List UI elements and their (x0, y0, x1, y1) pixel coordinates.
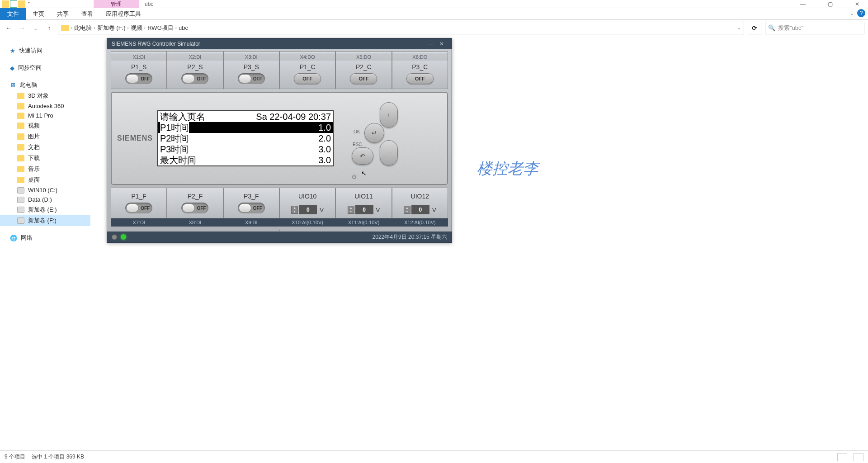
sidebar-item-video[interactable]: 视频 (0, 120, 90, 131)
dpad-esc-button[interactable]: ↶ (352, 147, 373, 165)
context-tab[interactable]: 管理 (94, 0, 139, 8)
io-cell-x6: X6:DO P3_C OFF (392, 51, 448, 89)
crumb-folder[interactable]: ubc (179, 24, 188, 31)
help-button[interactable]: ? (857, 9, 865, 17)
spinner-uio10[interactable]: ▲▼0V (291, 205, 324, 214)
search-input[interactable]: 🔍 搜索"ubc" (765, 22, 864, 34)
sidebar-item-autodesk[interactable]: Autodesk 360 (0, 101, 90, 111)
toggle-p1s[interactable]: OFF (125, 73, 152, 84)
chevron-right-icon[interactable]: › (144, 25, 146, 30)
spin-down-icon[interactable]: ▼ (404, 210, 410, 213)
dpad-ok-button[interactable]: ↵ (364, 123, 384, 143)
chevron-right-icon[interactable]: › (175, 25, 177, 30)
output-p2c: OFF (350, 73, 377, 84)
maximize-button[interactable]: ▢ (821, 0, 839, 8)
forward-button[interactable]: → (17, 23, 27, 33)
chevron-right-icon[interactable]: › (71, 25, 72, 30)
chevron-right-icon[interactable]: › (127, 25, 129, 30)
io-name: P2_F (167, 190, 222, 203)
toggle-p3f[interactable]: OFF (238, 203, 265, 213)
minimize-button[interactable]: — (794, 0, 812, 8)
toggle-p2s[interactable]: OFF (181, 73, 208, 84)
tab-share[interactable]: 共享 (51, 8, 75, 20)
spin-down-icon[interactable]: ▼ (348, 210, 354, 213)
dpad: OK ESC + ↵ − ↶ (352, 102, 415, 175)
crumb-video[interactable]: 视频 (131, 24, 142, 32)
io-name: P1_S (111, 61, 166, 73)
port-label: X9:DI (223, 218, 279, 227)
sidebar-this-pc[interactable]: 🖥此电脑 (0, 80, 90, 90)
port-label: X3:DI (224, 53, 279, 61)
toggle-p1f[interactable]: OFF (125, 203, 152, 213)
spin-up-icon[interactable]: ▲ (348, 206, 354, 210)
sidebar-item-documents[interactable]: 文档 (0, 142, 90, 153)
expand-handle[interactable]: ⌄ (111, 227, 448, 232)
ribbon-collapse-icon[interactable]: ⌄ (850, 11, 854, 16)
spin-down-icon[interactable]: ▼ (292, 210, 297, 213)
crumb-project[interactable]: RWG项目 (147, 24, 174, 32)
tab-app-tools[interactable]: 应用程序工具 (99, 8, 147, 20)
spinner-uio12[interactable]: ▲▼0V (404, 205, 436, 214)
lcd-screen: 请输入页名Sa 22-04-09 20:37 P1时间1.0 P2时间2.0 P… (157, 110, 334, 166)
crumb-pc[interactable]: 此电脑 (74, 24, 92, 32)
pc-icon: 🖥 (10, 82, 16, 89)
lcd-header-left: 请输入页名 (160, 111, 205, 122)
io-name: P1_C (280, 61, 335, 73)
sidebar-item-drive-e[interactable]: 新加卷 (E:) (0, 204, 90, 215)
up-button[interactable]: ↑ (44, 23, 54, 33)
sidebar-item-pictures[interactable]: 图片 (0, 131, 90, 142)
view-details-button[interactable] (837, 453, 847, 461)
dpad-down-button[interactable]: − (380, 140, 398, 165)
device-icon (17, 113, 24, 119)
port-label: X6:DO (392, 53, 448, 61)
sidebar-quick-access[interactable]: ★快速访问 (0, 45, 90, 56)
back-button[interactable]: ← (4, 23, 14, 33)
simulator-title: SIEMENS RWG Controller Simulator (112, 41, 200, 47)
sidebar-sync[interactable]: ◆同步空间 (0, 62, 90, 73)
spinner-uio11[interactable]: ▲▼0V (348, 205, 380, 214)
crumb-drive[interactable]: 新加卷 (F:) (97, 24, 126, 32)
sidebar-item-downloads[interactable]: 下载 (0, 153, 90, 164)
io-cell-x7: P1_F OFF (111, 188, 167, 218)
simulator-window: SIEMENS RWG Controller Simulator — ✕ X1:… (107, 38, 452, 243)
spin-up-icon[interactable]: ▲ (404, 206, 410, 210)
drive-icon (17, 197, 24, 203)
close-button[interactable]: ✕ (848, 0, 866, 8)
sidebar-item-drive-d[interactable]: Data (D:) (0, 195, 90, 204)
io-name: P2_S (167, 61, 222, 73)
sidebar-item-mi11[interactable]: Mi 11 Pro (0, 111, 90, 120)
tab-home[interactable]: 主页 (26, 8, 51, 20)
sim-minimize-button[interactable]: — (425, 41, 436, 47)
toggle-p2f[interactable]: OFF (181, 203, 208, 213)
breadcrumb[interactable]: › 此电脑 › 新加卷 (F:) › 视频 › RWG项目 › ubc ⌄ (58, 22, 744, 34)
content-area[interactable]: SIEMENS RWG Controller Simulator — ✕ X1:… (90, 36, 868, 450)
sidebar-item-3d[interactable]: 3D 对象 (0, 90, 90, 101)
toggle-p3s[interactable]: OFF (238, 73, 265, 84)
refresh-button[interactable]: ⟳ (748, 22, 761, 34)
qat-icon[interactable] (10, 0, 17, 8)
dpad-up-button[interactable]: + (380, 102, 398, 128)
gear-icon[interactable]: ⚙ (351, 173, 357, 180)
lcd-panel: SIEMENS 请输入页名Sa 22-04-09 20:37 P1时间1.0 P… (111, 92, 448, 185)
sim-close-button[interactable]: ✕ (436, 41, 447, 47)
io-name: P3_F (224, 190, 279, 203)
sidebar-item-drive-c[interactable]: WIN10 (C:) (0, 185, 90, 195)
file-tab[interactable]: 文件 (0, 8, 26, 20)
documents-icon (17, 144, 24, 151)
tab-view[interactable]: 查看 (75, 8, 99, 20)
sidebar: ★快速访问 ◆同步空间 🖥此电脑 3D 对象 Autodesk 360 Mi 1… (0, 36, 90, 450)
io-cell-x11: UIO11 ▲▼0V (335, 188, 392, 218)
view-icons-button[interactable] (854, 453, 863, 461)
chevron-right-icon[interactable]: › (94, 25, 95, 30)
qat-dropdown-icon[interactable]: ▾ (28, 0, 30, 8)
simulator-titlebar[interactable]: SIEMENS RWG Controller Simulator — ✕ (107, 38, 452, 49)
io-cell-x1: X1:DI P1_S OFF (111, 51, 167, 89)
output-p1c: OFF (294, 73, 321, 84)
recent-button[interactable]: ⌄ (31, 23, 41, 33)
address-dropdown-icon[interactable]: ⌄ (737, 25, 741, 30)
sidebar-network[interactable]: 🌐网络 (0, 232, 90, 243)
sidebar-item-desktop[interactable]: 桌面 (0, 175, 90, 185)
sidebar-item-music[interactable]: 音乐 (0, 164, 90, 175)
spin-up-icon[interactable]: ▲ (292, 206, 297, 210)
sidebar-item-drive-f[interactable]: 新加卷 (F:) (0, 215, 90, 226)
